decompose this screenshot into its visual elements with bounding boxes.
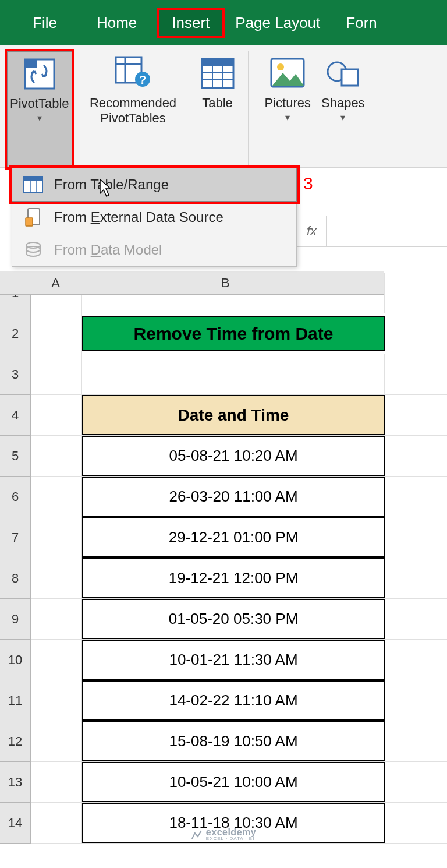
cell[interactable] xyxy=(31,721,82,761)
row-header[interactable]: 12 xyxy=(0,721,30,762)
cell[interactable] xyxy=(385,517,447,558)
callout-3: 3 xyxy=(303,174,313,193)
menu-label: From External Data Source xyxy=(54,209,224,225)
svg-text:?: ? xyxy=(139,73,146,86)
ribbon-group-illustrations: Pictures ▾ Shapes ▾ xyxy=(249,51,374,167)
cell[interactable] xyxy=(31,395,82,435)
cell[interactable] xyxy=(31,803,82,843)
cell[interactable] xyxy=(31,558,82,598)
table-row[interactable]: 29-12-21 01:00 PM xyxy=(82,517,385,558)
table-row[interactable]: 10-05-21 10:00 AM xyxy=(82,762,385,802)
row-header[interactable]: 2 xyxy=(0,313,30,354)
row-header[interactable]: 6 xyxy=(0,477,30,517)
title-cell[interactable]: Remove Time from Date xyxy=(82,316,385,351)
recommended-pivottables-icon: ? xyxy=(115,55,152,92)
col-header-b[interactable]: B xyxy=(81,271,384,295)
pictures-button[interactable]: Pictures ▾ xyxy=(262,51,313,167)
chevron-down-icon: ▾ xyxy=(37,112,42,124)
external-source-icon xyxy=(23,207,44,228)
menu-from-table-range[interactable]: From Table/Range xyxy=(12,168,297,202)
tab-formulas[interactable]: Forn xyxy=(340,8,377,38)
table-row[interactable]: 01-05-20 05:30 PM xyxy=(82,599,385,639)
cell[interactable] xyxy=(385,558,447,598)
cell[interactable] xyxy=(31,640,82,680)
tab-home[interactable]: Home xyxy=(77,8,157,38)
cell[interactable] xyxy=(31,477,82,517)
fx-label[interactable]: fx xyxy=(297,216,327,246)
table-header[interactable]: Date and Time xyxy=(82,395,385,435)
formula-input[interactable] xyxy=(327,216,447,246)
cell[interactable] xyxy=(82,354,385,394)
svg-point-14 xyxy=(277,63,284,70)
table-row[interactable]: 15-08-19 10:50 AM xyxy=(82,721,385,761)
recommended-pivottables-label: Recommended PivotTables xyxy=(90,96,176,126)
cell[interactable] xyxy=(31,762,82,802)
table-row[interactable]: 05-08-21 10:20 AM xyxy=(82,436,385,476)
watermark-icon xyxy=(191,828,203,840)
chevron-down-icon: ▾ xyxy=(340,112,345,123)
pivottable-button[interactable]: PivotTable ▾ xyxy=(7,51,72,167)
row-header[interactable]: 8 xyxy=(0,558,30,599)
cell[interactable] xyxy=(31,436,82,476)
cell[interactable] xyxy=(385,640,447,680)
pivottable-dropdown: From Table/Range From External Data Sour… xyxy=(12,168,297,267)
cell[interactable] xyxy=(385,477,447,517)
svg-rect-16 xyxy=(342,69,358,86)
worksheet-grid[interactable]: 1 2 3 4 5 6 7 8 9 10 11 12 13 14 Remove … xyxy=(0,273,447,844)
menu-from-external[interactable]: From External Data Source xyxy=(12,201,296,234)
table-row[interactable]: 10-01-21 11:30 AM xyxy=(82,640,385,680)
cell[interactable] xyxy=(31,599,82,639)
select-all-corner[interactable] xyxy=(0,271,30,295)
watermark: exceldemy EXCEL · DATA · BI xyxy=(191,827,256,841)
row-header[interactable]: 10 xyxy=(0,640,30,680)
ribbon-group-tables: PivotTable ▾ ? Recommended PivotTables xyxy=(0,51,249,167)
svg-rect-1 xyxy=(25,59,37,68)
table-row[interactable]: 26-03-20 11:00 AM xyxy=(82,477,385,517)
cell[interactable] xyxy=(385,273,447,313)
pivottable-label: PivotTable xyxy=(10,96,69,111)
row-header[interactable]: 7 xyxy=(0,517,30,558)
row-header[interactable]: 9 xyxy=(0,599,30,640)
table-icon xyxy=(199,55,236,92)
table-button[interactable]: Table xyxy=(194,51,241,167)
cell[interactable] xyxy=(31,313,82,354)
tab-insert[interactable]: Insert xyxy=(157,8,225,38)
ribbon-body: PivotTable ▾ ? Recommended PivotTables xyxy=(0,45,447,168)
table-row[interactable]: 19-12-21 12:00 PM xyxy=(82,558,385,598)
menu-from-data-model: From Data Model xyxy=(12,234,296,266)
cell[interactable] xyxy=(385,313,447,354)
svg-point-24 xyxy=(26,246,40,252)
chevron-down-icon: ▾ xyxy=(285,112,290,123)
row-header[interactable]: 3 xyxy=(0,354,30,395)
row-header[interactable]: 5 xyxy=(0,436,30,477)
cell[interactable] xyxy=(31,680,82,721)
tab-file[interactable]: File xyxy=(13,8,77,38)
table-range-icon xyxy=(23,174,44,195)
col-header-a[interactable]: A xyxy=(30,271,81,295)
cell[interactable] xyxy=(385,354,447,394)
table-row[interactable]: 14-02-22 11:10 AM xyxy=(82,680,385,721)
pictures-label: Pictures xyxy=(265,96,311,111)
row-header[interactable]: 11 xyxy=(0,680,30,721)
cell[interactable] xyxy=(385,762,447,802)
cell[interactable] xyxy=(385,436,447,476)
tab-page-layout[interactable]: Page Layout xyxy=(225,8,340,38)
cell[interactable] xyxy=(31,354,82,394)
cell[interactable] xyxy=(385,599,447,639)
cell[interactable] xyxy=(385,803,447,843)
cell[interactable] xyxy=(385,395,447,435)
row-header[interactable]: 14 xyxy=(0,803,30,844)
cell[interactable] xyxy=(385,680,447,721)
cells: Remove Time from Date Date and Time 05-0… xyxy=(31,273,447,844)
cell[interactable] xyxy=(385,721,447,761)
formula-bar: fx xyxy=(297,216,447,247)
svg-rect-8 xyxy=(202,59,233,66)
row-headers: 1 2 3 4 5 6 7 8 9 10 11 12 13 14 xyxy=(0,273,31,844)
cell[interactable] xyxy=(31,517,82,558)
recommended-pivottables-button[interactable]: ? Recommended PivotTables xyxy=(78,51,189,167)
svg-rect-18 xyxy=(24,177,42,181)
row-header[interactable]: 4 xyxy=(0,395,30,436)
pivottable-icon xyxy=(21,55,58,93)
shapes-button[interactable]: Shapes ▾ xyxy=(319,51,367,167)
row-header[interactable]: 13 xyxy=(0,762,30,803)
